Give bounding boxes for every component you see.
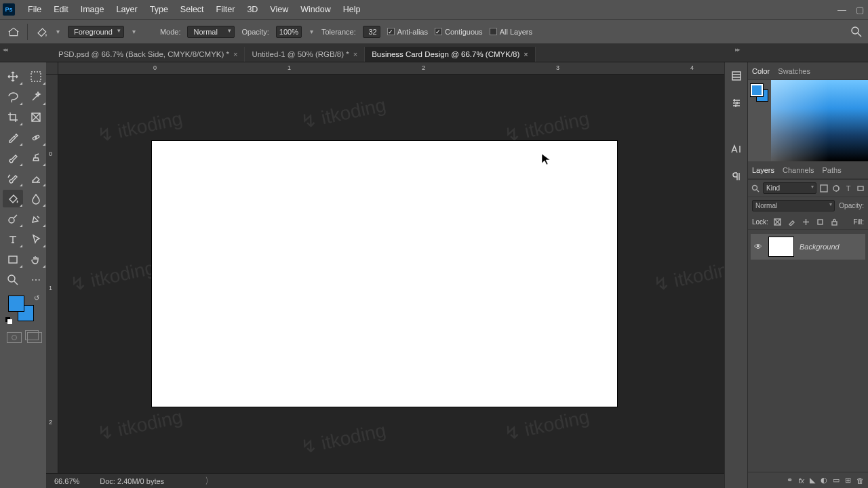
move-tool[interactable] [3,68,23,85]
blur-tool[interactable] [26,190,46,207]
type-tool[interactable] [3,230,23,248]
filter-shape-icon[interactable] [856,184,865,193]
filter-kind-dropdown[interactable]: Kind [763,182,816,194]
history-panel-icon[interactable] [728,68,745,84]
lock-all-icon[interactable] [830,217,840,226]
menu-help[interactable]: Help [337,5,367,14]
paint-bucket-tool[interactable] [3,190,23,207]
fx-icon[interactable]: fx [798,476,804,485]
canvas-stage[interactable]: 0 1 2 3 4 0 1 2 ↯ itkoding ↯ itkoding ↯ … [46,62,724,488]
lock-artboard-icon[interactable] [816,217,825,226]
menu-3d[interactable]: 3D [241,5,264,14]
filter-adjust-icon[interactable] [831,184,841,193]
paint-bucket-icon[interactable] [35,26,48,38]
edit-toolbar[interactable]: ⋯ [26,271,46,289]
menu-image[interactable]: Image [75,5,111,14]
filter-type-icon[interactable]: T [844,184,853,193]
hand-tool[interactable] [26,251,46,268]
link-layers-icon[interactable]: ⚭ [787,476,793,485]
home-icon[interactable] [7,26,20,37]
lock-position-icon[interactable] [802,217,811,226]
foreground-color[interactable] [8,296,24,312]
paths-tab[interactable]: Paths [823,166,842,174]
ruler-origin[interactable] [46,62,58,75]
group-icon[interactable]: ▭ [833,476,840,485]
menu-filter[interactable]: Filter [210,5,241,14]
pattern-chevron-icon[interactable]: ▾ [131,28,137,35]
panel-fg-color[interactable] [751,84,763,96]
marquee-tool[interactable] [26,68,46,85]
document-canvas[interactable] [152,141,617,407]
menu-file[interactable]: File [22,5,47,14]
close-icon[interactable]: × [353,50,357,58]
menu-window[interactable]: Window [294,5,336,14]
swatches-tab[interactable]: Swatches [778,67,810,75]
window-minimize-icon[interactable]: — [837,5,846,15]
color-picker-field[interactable] [771,80,868,161]
alllayers-checkbox[interactable]: All Layers [490,28,532,36]
close-icon[interactable]: × [524,50,528,58]
brush-tool[interactable] [3,149,23,167]
opacity-chevron-icon[interactable]: ▾ [309,28,315,35]
screenmode-icon[interactable] [27,332,42,343]
lasso-tool[interactable] [3,88,23,106]
antialias-checkbox[interactable]: Anti-alias [387,28,428,36]
search-icon[interactable] [850,26,863,38]
history-brush-tool[interactable] [3,169,23,187]
new-layer-icon[interactable]: ⊞ [845,476,851,485]
doc-tab[interactable]: Business Card Design @ 66.7% (CMYK/8)× [365,47,536,62]
color-tab[interactable]: Color [752,67,770,75]
paragraph-panel-icon[interactable] [728,168,745,184]
menu-type[interactable]: Type [144,5,174,14]
doc-size[interactable]: Doc: 2.40M/0 bytes [100,477,164,485]
default-colors-icon[interactable] [5,317,12,324]
rectangle-tool[interactable] [3,251,23,268]
menu-view[interactable]: View [264,5,294,14]
layers-tab[interactable]: Layers [752,166,774,174]
delete-layer-icon[interactable]: 🗑 [856,476,864,485]
contiguous-checkbox[interactable]: Contiguous [435,28,483,36]
collapse-right-icon[interactable]: ▸▸ [735,46,739,53]
layer-blend-dropdown[interactable]: Normal [752,200,835,211]
tool-preset-chevron-icon[interactable]: ▾ [55,28,61,35]
doc-tab[interactable]: Untitled-1 @ 50% (RGB/8) *× [245,47,365,62]
magic-wand-tool[interactable] [26,88,46,106]
path-select-tool[interactable] [26,230,46,248]
doc-tab[interactable]: PSD.psd @ 66.7% (Back Side, CMYK/8/CMYK)… [52,47,245,62]
swap-colors-icon[interactable]: ↺ [34,294,39,302]
tolerance-input[interactable]: 32 [363,26,380,38]
search-icon[interactable] [751,184,760,193]
crop-tool[interactable] [3,108,23,126]
ruler-vertical[interactable]: 0 1 2 [46,75,58,488]
lock-brush-icon[interactable] [787,217,797,226]
adjustment-icon[interactable]: ◐ [821,476,827,485]
close-icon[interactable]: × [233,50,237,58]
color-swatches[interactable]: ↺ [7,296,35,323]
eraser-tool[interactable] [26,169,46,187]
mask-icon[interactable]: ◣ [810,476,815,485]
layer-row[interactable]: 👁 Background [751,234,865,260]
clone-stamp-tool[interactable] [26,149,46,167]
character-panel-icon[interactable] [728,141,745,157]
dodge-tool[interactable] [3,210,23,228]
healing-tool[interactable] [26,129,46,146]
filter-image-icon[interactable] [819,184,829,193]
zoom-level[interactable]: 66.67% [54,477,79,485]
layer-name[interactable]: Background [800,243,840,251]
collapse-left-icon[interactable]: ◂◂ [3,46,7,53]
frame-tool[interactable] [26,108,46,126]
visibility-icon[interactable]: 👁 [753,242,763,251]
opacity-input[interactable]: 100% [276,26,302,38]
window-maximize-icon[interactable]: ▢ [856,5,864,15]
menu-select[interactable]: Select [174,5,210,14]
menu-layer[interactable]: Layer [110,5,143,14]
pen-tool[interactable] [26,210,46,228]
fill-source-dropdown[interactable]: Foreground [68,26,124,38]
blend-mode-dropdown[interactable]: Normal [187,26,235,38]
ruler-horizontal[interactable]: 0 1 2 3 4 [58,62,724,75]
status-expand-icon[interactable]: 〉 [205,475,214,487]
quickmask-icon[interactable] [7,332,22,343]
layer-thumbnail[interactable] [768,237,794,257]
properties-panel-icon[interactable] [728,95,745,111]
channels-tab[interactable]: Channels [783,166,814,174]
